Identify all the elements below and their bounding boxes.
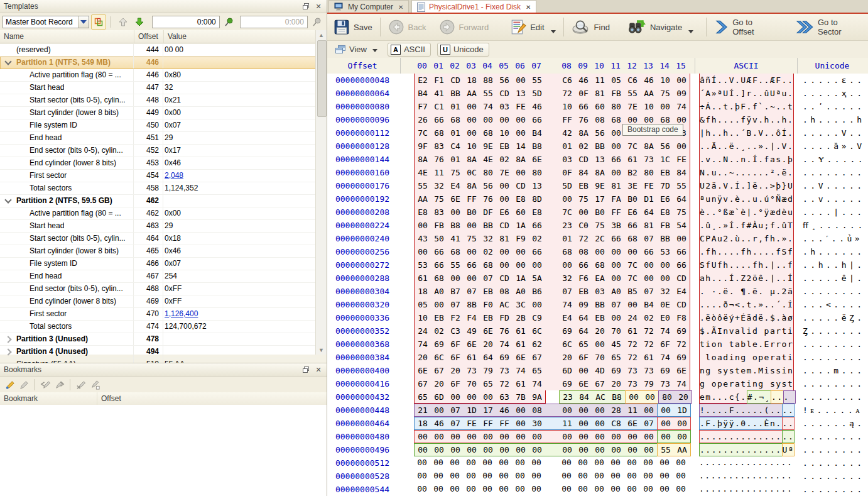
hex-byte[interactable]: 65 (415, 390, 431, 404)
hex-byte[interactable]: 24 (624, 311, 641, 324)
hex-byte[interactable]: 69 (673, 324, 690, 338)
hex-byte[interactable]: 00 (513, 444, 529, 456)
hex-byte[interactable]: AA (415, 192, 431, 206)
hex-byte[interactable]: 61 (513, 338, 529, 351)
hex-byte[interactable]: BB (657, 232, 673, 245)
hex-byte[interactable]: E8 (513, 192, 529, 206)
hex-byte[interactable]: 00 (673, 470, 689, 482)
hex-byte[interactable]: 46 (529, 100, 545, 113)
hex-byte[interactable]: 00 (463, 483, 479, 495)
hex-byte[interactable]: 7C (415, 126, 431, 140)
hex-offset-label[interactable]: 00000000416 (332, 377, 393, 390)
hex-byte[interactable]: 02 (480, 245, 496, 258)
close-tab-icon[interactable]: ✕ (526, 4, 531, 11)
hex-offset-label[interactable]: 00000000096 (332, 113, 393, 126)
unicode-text[interactable]: ........ (803, 430, 865, 443)
hex-byte[interactable]: EA (592, 272, 608, 285)
hex-byte[interactable]: 6F (447, 351, 464, 364)
template-row[interactable]: Start sector (bits 0-5), cylin...4640x18 (0, 233, 316, 245)
hex-byte[interactable]: 73 (624, 364, 641, 377)
hex-byte[interactable]: 00 (641, 444, 657, 456)
hex-byte[interactable]: 00 (575, 404, 592, 416)
hex-byte[interactable]: 00 (431, 298, 447, 311)
view-button[interactable]: View (331, 43, 381, 57)
hex-byte[interactable]: 00 (430, 456, 447, 468)
hex-byte[interactable]: 11 (592, 74, 608, 87)
hex-byte[interactable]: EB (657, 166, 673, 179)
hex-byte[interactable]: 07 (641, 417, 657, 429)
hex-byte[interactable]: 43 (415, 232, 431, 245)
hex-byte[interactable]: 00 (558, 483, 575, 495)
signature-55aa-ascii[interactable]: Uª (782, 443, 795, 456)
hex-byte[interactable]: 7B (513, 390, 529, 404)
add-bookmark-icon[interactable] (3, 378, 16, 391)
hex-byte[interactable]: 02 (575, 140, 592, 153)
hex-byte[interactable]: D1 (641, 192, 657, 206)
hex-byte[interactable]: E4 (447, 179, 464, 192)
hex-byte[interactable]: 07 (608, 298, 624, 311)
hex-byte[interactable]: 4D (592, 364, 608, 377)
hex-byte[interactable]: 73 (496, 364, 513, 377)
hex-byte[interactable]: 05 (608, 74, 624, 87)
hex-byte[interactable]: 68 (592, 258, 608, 272)
bootstrap-code-ascii[interactable]: $.ÃInvalid parti (699, 324, 794, 338)
hex-byte[interactable]: C0 (575, 219, 592, 232)
hex-byte[interactable]: AA (464, 87, 480, 100)
hex-byte[interactable]: 00 (430, 470, 447, 482)
hex-byte[interactable]: 00 (479, 470, 496, 482)
hex-byte[interactable]: 6E (464, 338, 480, 351)
hex-byte[interactable]: FF (559, 113, 575, 126)
unicode-text[interactable]: ...<.... (803, 298, 865, 311)
unicode-text[interactable]: .....ҳ.. (803, 87, 865, 100)
edit-button[interactable]: Edit (504, 16, 561, 38)
hex-byte[interactable]: 66 (608, 153, 624, 166)
column-header-offset[interactable]: Offset (97, 392, 326, 405)
template-row[interactable]: (reserved)44400 00 (0, 44, 316, 57)
hex-byte[interactable]: DF (480, 206, 496, 219)
hex-byte[interactable]: 00 (624, 456, 640, 468)
hex-byte[interactable]: 00 (496, 258, 513, 272)
column-header-offset[interactable]: Offset (134, 30, 164, 43)
hex-offset-label[interactable]: 00000000368 (332, 338, 393, 351)
hex-byte[interactable]: 01 (447, 126, 464, 140)
hex-byte[interactable]: 6E (575, 377, 592, 390)
template-row[interactable]: End head45129 (0, 132, 316, 145)
hex-byte[interactable]: 66 (431, 113, 447, 126)
hex-byte[interactable]: 00 (512, 470, 528, 482)
unicode-text[interactable]: ....|... (803, 206, 865, 219)
hex-byte[interactable]: 46 (641, 74, 657, 87)
unicode-text[interactable]: ....ȁ».V (803, 140, 865, 153)
hex-byte[interactable]: 00 (464, 431, 480, 443)
hex-byte[interactable]: 00 (513, 113, 529, 126)
hex-byte[interactable]: 6E (624, 417, 641, 429)
hex-byte[interactable]: 3B (608, 219, 624, 232)
hex-byte[interactable]: 69 (431, 338, 447, 351)
hex-byte[interactable]: 00 (480, 444, 496, 456)
hex-byte[interactable]: 00 (496, 431, 513, 443)
hex-byte[interactable]: 6F (575, 351, 592, 364)
hex-byte[interactable]: 6C (559, 338, 575, 351)
hex-byte[interactable]: C8 (608, 417, 624, 429)
hex-byte[interactable]: A0 (431, 285, 447, 298)
unicode-text[interactable]: ....m... (803, 364, 865, 377)
hex-byte[interactable]: 00 (592, 444, 608, 456)
bootstrap-code-ascii[interactable]: ..Ä..ë.¸..».|.V. (699, 140, 794, 153)
hex-byte[interactable]: 8A (575, 126, 592, 140)
hex-byte[interactable]: F6 (575, 272, 592, 285)
hex-byte[interactable]: 1A (513, 272, 529, 285)
hex-byte[interactable]: B6 (529, 285, 545, 298)
hex-byte[interactable]: 00 (658, 431, 674, 443)
hex-offset-label[interactable]: 00000000208 (332, 206, 393, 219)
unicode-text[interactable]: ﬀ¸...... (803, 219, 865, 232)
hex-byte[interactable]: 02 (496, 153, 513, 166)
hex-byte[interactable]: 00 (464, 113, 480, 126)
hex-byte[interactable]: 00 (512, 483, 528, 495)
hex-byte[interactable]: B8 (609, 391, 625, 403)
hex-byte[interactable]: 00 (447, 444, 464, 456)
hex-byte[interactable]: 1A (513, 219, 529, 232)
hex-byte[interactable]: F8 (673, 311, 690, 324)
hex-byte[interactable]: 24 (415, 324, 431, 338)
partition-4-ascii[interactable]: .............. (699, 443, 783, 456)
ascii-run[interactable]: ................ (699, 483, 793, 495)
ascii-toggle-button[interactable]: A ASCII (388, 43, 431, 57)
